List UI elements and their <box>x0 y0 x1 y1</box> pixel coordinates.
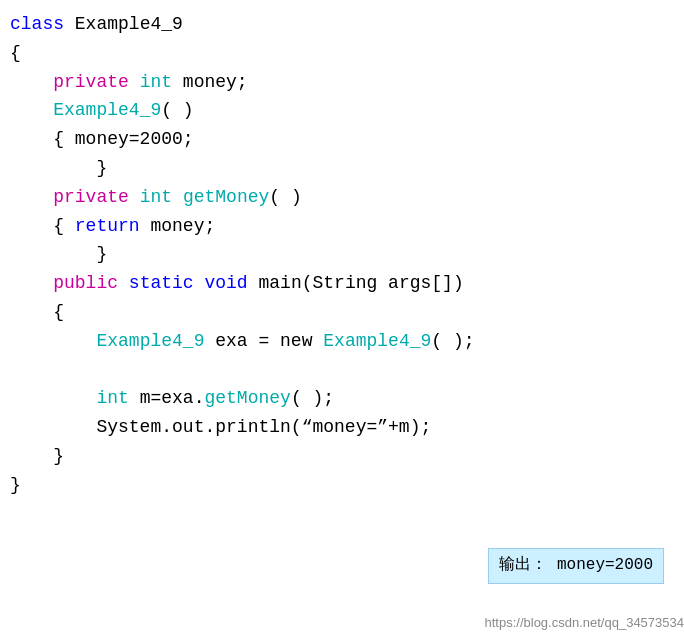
keyword-class: class <box>10 14 64 34</box>
code-line-3: private int money; <box>10 68 674 97</box>
keyword-int-1: int <box>140 72 172 92</box>
code-line-11: { <box>10 298 674 327</box>
code-line-8: { return money; <box>10 212 674 241</box>
code-line-4: Example4_9( ) <box>10 96 674 125</box>
code-line-2: { <box>10 39 674 68</box>
code-line-5: { money=2000; <box>10 125 674 154</box>
output-label: 输出： <box>499 556 547 574</box>
code-line-10: public static void main(String args[]) <box>10 269 674 298</box>
keyword-int-2: int <box>140 187 172 207</box>
code-line-17: } <box>10 471 674 500</box>
keyword-public: public <box>53 273 118 293</box>
output-value: money=2000 <box>557 556 653 574</box>
method-getmoney: getMoney <box>183 187 269 207</box>
code-line-12: Example4_9 exa = new Example4_9( ); <box>10 327 674 356</box>
code-line-1: class Example4_9 <box>10 10 674 39</box>
code-line-14: int m=exa.getMoney( ); <box>10 384 674 413</box>
constructor-name: Example4_9 <box>53 100 161 120</box>
keyword-void: void <box>204 273 247 293</box>
var-money: money; <box>172 72 248 92</box>
code-line-13 <box>10 356 674 385</box>
code-container: class Example4_9 { private int money; Ex… <box>0 0 684 644</box>
class-ref-1: Example4_9 <box>96 331 204 351</box>
code-line-16: } <box>10 442 674 471</box>
keyword-int-3: int <box>96 388 128 408</box>
code-line-9: } <box>10 240 674 269</box>
class-ref-2: Example4_9 <box>323 331 431 351</box>
code-line-15: System.out.println(“money=”+m); <box>10 413 674 442</box>
method-ref-getmoney: getMoney <box>204 388 290 408</box>
output-box: 输出： money=2000 <box>488 548 664 584</box>
keyword-private-1: private <box>53 72 129 92</box>
code-line-6: } <box>10 154 674 183</box>
keyword-return: return <box>75 216 140 236</box>
watermark: https://blog.csdn.net/qq_34573534 <box>485 613 685 634</box>
keyword-static: static <box>129 273 194 293</box>
keyword-private-2: private <box>53 187 129 207</box>
code-line-7: private int getMoney( ) <box>10 183 674 212</box>
